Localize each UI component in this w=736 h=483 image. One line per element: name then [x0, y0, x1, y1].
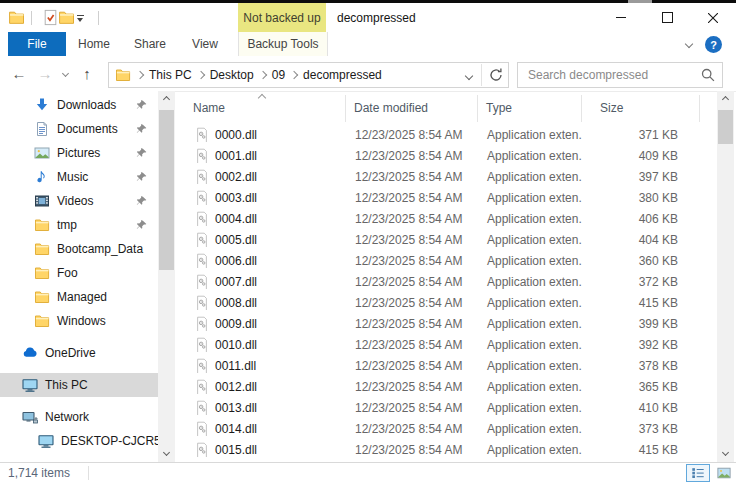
sidebar-item-onedrive[interactable]: OneDrive: [0, 341, 158, 365]
tab-view[interactable]: View: [178, 32, 232, 56]
scroll-up-arrow-icon[interactable]: [158, 91, 175, 108]
file-type: Application exten...: [478, 233, 582, 247]
table-row[interactable]: 0001.dll 12/23/2025 8:54 AM Application …: [180, 145, 700, 166]
navigation-bar: ← → ↑ This PC Desktop 09 decompressed: [0, 57, 736, 92]
table-row[interactable]: 0010.dll 12/23/2025 8:54 AM Application …: [180, 334, 700, 355]
file-type: Application exten...: [478, 401, 582, 415]
sidebar-scrollbar[interactable]: [158, 91, 175, 462]
forward-button[interactable]: →: [34, 57, 56, 90]
sidebar-item-this-pc[interactable]: This PC: [0, 373, 158, 397]
file-type: Application exten...: [478, 275, 582, 289]
file-type: Application exten...: [478, 254, 582, 268]
breadcrumb-decompressed[interactable]: decompressed: [303, 68, 382, 82]
folder-icon: [34, 217, 50, 233]
table-row[interactable]: 0013.dll 12/23/2025 8:54 AM Application …: [180, 397, 700, 418]
search-icon[interactable]: [700, 67, 716, 83]
sidebar-item-label: tmp: [57, 218, 77, 232]
file-name: 0009.dll: [215, 317, 257, 331]
pin-icon: [136, 147, 148, 159]
back-button[interactable]: ←: [8, 57, 30, 90]
breadcrumb-09[interactable]: 09: [272, 68, 285, 82]
breadcrumb-this-pc[interactable]: This PC: [149, 68, 192, 82]
address-bar[interactable]: This PC Desktop 09 decompressed: [108, 62, 509, 88]
scroll-down-arrow-icon[interactable]: [717, 445, 734, 462]
customize-quick-access-dropdown[interactable]: [76, 15, 84, 22]
details-view-icon: [691, 466, 705, 480]
table-row[interactable]: 0014.dll 12/23/2025 8:54 AM Application …: [180, 418, 700, 439]
sidebar-item-desktop-cjcr5te[interactable]: DESKTOP-CJCR5TE: [0, 429, 158, 453]
dll-file-icon: [195, 253, 209, 268]
scroll-down-arrow-icon[interactable]: [158, 445, 175, 462]
search-input[interactable]: [526, 67, 700, 83]
backup-status-badge: Not backed up: [238, 3, 326, 32]
table-row[interactable]: 0002.dll 12/23/2025 8:54 AM Application …: [180, 166, 700, 187]
sidebar: Downloads Documents Pictures Music Video…: [0, 91, 158, 462]
sidebar-scrollbar-thumb[interactable]: [159, 110, 174, 270]
table-row[interactable]: 0007.dll 12/23/2025 8:54 AM Application …: [180, 271, 700, 292]
help-button[interactable]: ?: [705, 36, 722, 53]
file-date-modified: 12/23/2025 8:54 AM: [346, 443, 478, 457]
sidebar-item-bootcamp-data[interactable]: Bootcamp_Data: [0, 237, 158, 261]
maximize-button[interactable]: [644, 3, 690, 32]
table-row[interactable]: 0004.dll 12/23/2025 8:54 AM Application …: [180, 208, 700, 229]
file-name: 0011.dll: [215, 359, 256, 373]
pin-icon: [136, 195, 148, 207]
table-row[interactable]: 0015.dll 12/23/2025 8:54 AM Application …: [180, 439, 700, 460]
sidebar-item-managed[interactable]: Managed: [0, 285, 158, 309]
sidebar-item-downloads[interactable]: Downloads: [0, 93, 158, 117]
column-header-type[interactable]: Type: [478, 95, 582, 122]
refresh-icon[interactable]: [488, 67, 504, 83]
sidebar-item-tmp[interactable]: tmp: [0, 213, 158, 237]
breadcrumb-desktop[interactable]: Desktop: [210, 68, 254, 82]
sidebar-item-network[interactable]: Network: [0, 405, 158, 429]
scroll-up-arrow-icon[interactable]: [717, 91, 734, 108]
sidebar-item-label: Videos: [57, 194, 93, 208]
file-name: 0004.dll: [215, 212, 257, 226]
table-row[interactable]: 0012.dll 12/23/2025 8:54 AM Application …: [180, 376, 700, 397]
table-row[interactable]: 0000.dll 12/23/2025 8:54 AM Application …: [180, 124, 700, 145]
tab-share[interactable]: Share: [122, 32, 178, 56]
file-type: Application exten...: [478, 170, 582, 184]
up-button[interactable]: ↑: [76, 57, 98, 90]
recent-locations-chevron[interactable]: [58, 57, 72, 90]
sidebar-item-label: Pictures: [57, 146, 100, 160]
breadcrumb-chevron-icon: [196, 71, 204, 79]
new-folder-icon[interactable]: [58, 9, 75, 26]
onedrive-icon: [22, 345, 38, 361]
music-icon: [34, 169, 50, 185]
column-header-size[interactable]: Size: [582, 95, 700, 122]
file-name: 0005.dll: [215, 233, 257, 247]
thumbnails-view-button[interactable]: [712, 464, 736, 482]
table-row[interactable]: 0005.dll 12/23/2025 8:54 AM Application …: [180, 229, 700, 250]
sidebar-item-pictures[interactable]: Pictures: [0, 141, 158, 165]
table-row[interactable]: 0009.dll 12/23/2025 8:54 AM Application …: [180, 313, 700, 334]
sidebar-item-music[interactable]: Music: [0, 165, 158, 189]
column-header-date-modified[interactable]: Date modified: [346, 95, 478, 122]
sidebar-item-videos[interactable]: Videos: [0, 189, 158, 213]
tab-file[interactable]: File: [8, 32, 66, 56]
tab-backup-tools[interactable]: Backup Tools: [238, 32, 328, 56]
file-size: 373 KB: [582, 422, 700, 436]
close-button[interactable]: [690, 3, 736, 32]
table-row[interactable]: 0003.dll 12/23/2025 8:54 AM Application …: [180, 187, 700, 208]
table-row[interactable]: 0008.dll 12/23/2025 8:54 AM Application …: [180, 292, 700, 313]
sidebar-item-documents[interactable]: Documents: [0, 117, 158, 141]
properties-icon[interactable]: [42, 9, 59, 26]
file-date-modified: 12/23/2025 8:54 AM: [346, 149, 478, 163]
details-view-button[interactable]: [686, 464, 710, 482]
table-row[interactable]: 0011.dll 12/23/2025 8:54 AM Application …: [180, 355, 700, 376]
sidebar-item-windows[interactable]: Windows: [0, 309, 158, 333]
file-list-scrollbar[interactable]: [717, 91, 734, 462]
tab-home[interactable]: Home: [66, 32, 122, 56]
status-separator: [88, 466, 89, 480]
dll-file-icon: [195, 442, 209, 457]
file-type: Application exten...: [478, 191, 582, 205]
table-row[interactable]: 0006.dll 12/23/2025 8:54 AM Application …: [180, 250, 700, 271]
video-icon: [34, 193, 50, 209]
sidebar-item-foo[interactable]: Foo: [0, 261, 158, 285]
pin-icon: [136, 219, 148, 231]
ribbon-collapse-chevron-icon[interactable]: [685, 40, 693, 48]
minimize-button[interactable]: [598, 3, 644, 32]
file-list-scrollbar-thumb[interactable]: [718, 110, 733, 144]
address-dropdown-chevron[interactable]: [459, 68, 479, 82]
